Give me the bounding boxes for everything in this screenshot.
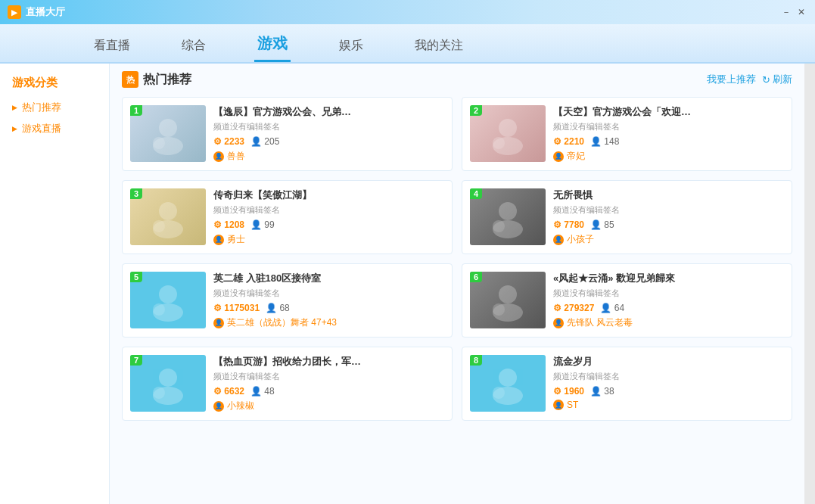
card-desc: 频道没有编辑签名: [213, 121, 444, 132]
card-desc: 频道没有编辑签名: [213, 371, 444, 382]
card-desc: 频道没有编辑签名: [213, 288, 444, 299]
user-icon: 👤: [213, 235, 224, 245]
user-name: 小辣椒: [227, 400, 254, 412]
stat-id: ⚙ 6632: [213, 386, 244, 397]
tab-games[interactable]: 游戏: [254, 27, 291, 62]
card-title: 流金岁月: [553, 355, 784, 369]
tab-my-follow[interactable]: 我的关注: [412, 32, 466, 62]
card-number: 4: [470, 188, 482, 199]
sidebar-title: 游戏分类: [12, 76, 109, 90]
card-number: 7: [130, 355, 142, 366]
card-user: 👤 英二雄（战战）舞者 47+43: [213, 316, 444, 329]
svg-point-6: [159, 202, 177, 220]
thumb-placeholder-icon: [485, 361, 530, 406]
stat-viewers: 👤 99: [250, 219, 275, 230]
content-area: 热 热门推荐 我要上推荐 ↻ 刷新 1 【逸辰】官方游戏公会、兄弟…: [110, 64, 804, 504]
tab-general[interactable]: 综合: [179, 32, 209, 62]
stat-viewers: 👤 85: [590, 219, 614, 230]
card-stats: ⚙ 1208 👤 99: [213, 219, 444, 230]
card-title: 【天空】官方游戏公会「欢迎…: [553, 105, 784, 119]
card-user: 👤 勇士: [213, 233, 444, 246]
card-stats: ⚙ 2233 👤 205: [213, 136, 444, 147]
tab-entertainment[interactable]: 娱乐: [336, 32, 366, 62]
user-name: 勇士: [227, 233, 245, 246]
thumb-placeholder-icon: [485, 111, 530, 157]
thumb-placeholder-icon: [145, 278, 191, 323]
svg-point-18: [159, 369, 177, 387]
thumb-placeholder-icon: [485, 194, 530, 240]
thumb-placeholder-icon: [485, 278, 530, 323]
card-user: 👤 小孩子: [553, 233, 784, 246]
user-name: 兽兽: [227, 150, 245, 163]
card-title: 【热血页游】招收给力团长，军…: [213, 355, 444, 369]
card-desc: 频道没有编辑签名: [553, 288, 784, 299]
card-3[interactable]: 3 传奇归来【笑傲江湖】 频道没有编辑签名 ⚙ 1208 👤 99 👤 勇士: [122, 180, 453, 254]
card-stats: ⚙ 279327 👤 64: [553, 303, 784, 313]
svg-point-3: [499, 119, 517, 137]
stat-id: ⚙ 1960: [553, 386, 584, 397]
card-2[interactable]: 2 【天空】官方游戏公会「欢迎… 频道没有编辑签名 ⚙ 2210 👤 148 👤…: [462, 97, 792, 171]
minimize-button[interactable]: －: [780, 6, 792, 18]
card-7[interactable]: 7 【热血页游】招收给力团长，军… 频道没有编辑签名 ⚙ 6632 👤 48 👤…: [122, 347, 453, 421]
sidebar: 游戏分类 热门推荐 游戏直播: [0, 64, 110, 504]
card-stats: ⚙ 6632 👤 48: [213, 386, 444, 397]
card-number: 2: [470, 105, 482, 116]
card-stats: ⚙ 1175031 👤 68: [213, 303, 444, 313]
scrollbar[interactable]: [804, 64, 815, 504]
card-number: 1: [130, 105, 142, 116]
user-icon: 👤: [553, 318, 564, 328]
section-actions: 我要上推荐 ↻ 刷新: [707, 73, 792, 86]
tab-watch[interactable]: 看直播: [91, 32, 133, 62]
card-user: 👤 兽兽: [213, 150, 444, 163]
user-icon: 👤: [213, 318, 224, 328]
card-8[interactable]: 8 流金岁月 频道没有编辑签名 ⚙ 1960 👤 38 👤 ST: [462, 347, 792, 421]
user-icon: 👤: [553, 235, 564, 245]
svg-point-17: [493, 303, 505, 316]
card-thumb: 3: [130, 188, 206, 245]
stat-id: ⚙ 1208: [213, 219, 244, 230]
thumb-placeholder-icon: [145, 361, 191, 406]
card-5[interactable]: 5 英二雄 入驻180区接待室 频道没有编辑签名 ⚙ 1175031 👤 68 …: [122, 263, 453, 338]
svg-point-20: [153, 387, 165, 399]
card-info: 无所畏惧 频道没有编辑签名 ⚙ 7780 👤 85 👤 小孩子: [553, 188, 784, 246]
card-4[interactable]: 4 无所畏惧 频道没有编辑签名 ⚙ 7780 👤 85 👤 小孩子: [462, 180, 792, 254]
card-info: 【热血页游】招收给力团长，军… 频道没有编辑签名 ⚙ 6632 👤 48 👤 小…: [213, 355, 444, 412]
svg-point-14: [153, 303, 165, 316]
user-name: 先锋队 风云老毒: [567, 316, 633, 329]
card-thumb: 7: [130, 355, 206, 412]
card-info: 【逸辰】官方游戏公会、兄弟… 频道没有编辑签名 ⚙ 2233 👤 205 👤 兽…: [213, 105, 444, 163]
card-desc: 频道没有编辑签名: [553, 204, 784, 216]
close-button[interactable]: ✕: [795, 6, 807, 18]
refresh-button[interactable]: ↻ 刷新: [762, 73, 792, 86]
card-6[interactable]: 6 «风起★云涌» 歡迎兄弟歸來 频道没有编辑签名 ⚙ 279327 👤 64 …: [462, 263, 792, 338]
card-number: 3: [130, 188, 142, 199]
card-thumb: 1: [130, 105, 206, 162]
svg-point-0: [159, 119, 177, 137]
card-info: 传奇归来【笑傲江湖】 频道没有编辑签名 ⚙ 1208 👤 99 👤 勇士: [213, 188, 444, 246]
recommend-link[interactable]: 我要上推荐: [707, 73, 756, 86]
stat-viewers: 👤 64: [600, 303, 624, 313]
card-1[interactable]: 1 【逸辰】官方游戏公会、兄弟… 频道没有编辑签名 ⚙ 2233 👤 205 👤…: [122, 97, 453, 171]
sidebar-item-hot[interactable]: 热门推荐: [12, 101, 109, 114]
user-icon: 👤: [213, 151, 224, 162]
svg-point-21: [499, 369, 517, 387]
card-user: 👤 小辣椒: [213, 400, 444, 412]
svg-point-11: [493, 220, 505, 232]
app-icon: ▶: [8, 5, 21, 19]
thumb-placeholder-icon: [145, 111, 191, 157]
card-title: 无所畏惧: [553, 188, 784, 202]
card-title: 英二雄 入驻180区接待室: [213, 272, 444, 285]
card-stats: ⚙ 1960 👤 38: [553, 386, 784, 397]
stat-id: ⚙ 279327: [553, 303, 594, 313]
user-icon: 👤: [213, 401, 224, 412]
sidebar-item-game-live[interactable]: 游戏直播: [12, 122, 109, 135]
stat-viewers: 👤 68: [266, 303, 290, 313]
title-bar-controls: － ✕: [780, 6, 807, 18]
user-icon: 👤: [553, 151, 564, 162]
main-layout: 游戏分类 热门推荐 游戏直播 热 热门推荐 我要上推荐 ↻ 刷新 1: [0, 64, 815, 504]
card-title: 传奇归来【笑傲江湖】: [213, 188, 444, 202]
card-desc: 频道没有编辑签名: [553, 371, 784, 382]
card-number: 5: [130, 272, 142, 282]
card-thumb: 2: [470, 105, 546, 162]
svg-point-8: [153, 220, 165, 232]
